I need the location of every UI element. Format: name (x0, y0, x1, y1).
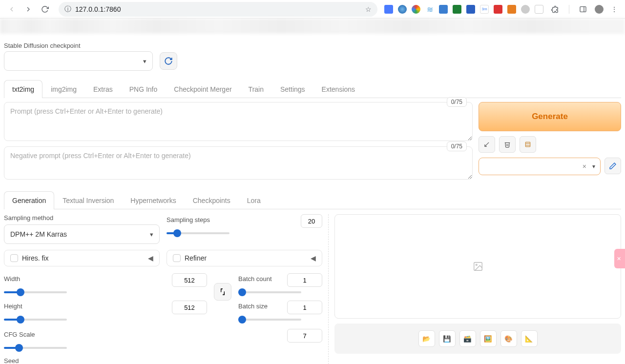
batch-size-input[interactable] (287, 301, 322, 314)
sub-tabs: Generation Textual Inversion Hypernetwor… (4, 191, 621, 209)
height-input[interactable] (172, 301, 207, 314)
height-label: Height (4, 303, 22, 310)
hires-fix-toggle[interactable]: Hires. fix ◀ (4, 250, 160, 266)
refresh-checkpoint-button[interactable] (160, 52, 177, 70)
neg-prompt-token-counter: 0/75 (447, 142, 467, 151)
ext-icon[interactable] (521, 5, 530, 14)
clear-icon[interactable]: × (583, 162, 586, 170)
sampling-steps-slider[interactable] (167, 232, 229, 234)
tab-img2img[interactable]: img2img (42, 80, 85, 98)
prompt-input[interactable] (4, 102, 473, 141)
output-actions: 📂 💾 🗃️ 🖼️ 🎨 📐 (334, 324, 621, 354)
subtab-textual-inversion[interactable]: Textual Inversion (54, 191, 122, 209)
swap-dimensions-button[interactable] (214, 283, 231, 301)
chevron-left-icon: ◀ (148, 254, 153, 262)
ext-icon[interactable]: ≋ (425, 5, 434, 14)
url-text: 127.0.0.1:7860 (75, 5, 361, 13)
checkpoint-label: Stable Diffusion checkpoint (4, 42, 621, 49)
address-bar[interactable]: ⓘ 127.0.0.1:7860 ☆ (59, 2, 377, 17)
styles-dropdown[interactable]: × (479, 158, 601, 175)
ext-icon[interactable] (412, 5, 420, 14)
output-image-area (334, 214, 621, 319)
ext-icon[interactable] (453, 5, 461, 14)
ext-icon[interactable] (384, 5, 393, 14)
tab-extras[interactable]: Extras (85, 80, 121, 98)
interrogate-button[interactable] (479, 136, 495, 153)
site-info-icon[interactable]: ⓘ (64, 5, 71, 14)
width-input[interactable] (172, 273, 207, 287)
extra-networks-button[interactable] (520, 136, 536, 153)
styles-input[interactable] (483, 162, 596, 170)
open-folder-button[interactable]: 📂 (418, 330, 435, 347)
checkpoint-dropdown[interactable] (4, 51, 153, 71)
sampling-steps-input[interactable] (301, 214, 322, 228)
svg-rect-2 (525, 142, 530, 146)
send-extras-button[interactable]: 📐 (521, 330, 538, 347)
generate-button[interactable]: Generate (479, 102, 621, 131)
bookmarks-bar (0, 19, 625, 33)
chevron-left-icon: ◀ (311, 254, 316, 262)
refiner-toggle[interactable]: Refiner ◀ (167, 250, 322, 266)
reload-button[interactable] (38, 2, 52, 16)
extension-icons: ≋ 3m ⋮ (384, 2, 620, 16)
back-button[interactable] (5, 2, 19, 16)
side-floating-tab[interactable]: ✕ (614, 249, 625, 268)
subtab-checkpoints[interactable]: Checkpoints (185, 191, 239, 209)
tab-settings[interactable]: Settings (272, 80, 313, 98)
chrome-menu-icon[interactable]: ⋮ (608, 3, 620, 15)
sampling-method-label: Sampling method (4, 214, 160, 222)
main-tabs: txt2img img2img Extras PNG Info Checkpoi… (4, 80, 621, 98)
hires-fix-checkbox[interactable] (10, 254, 18, 262)
profile-avatar[interactable] (595, 5, 604, 14)
browser-toolbar: ⓘ 127.0.0.1:7860 ☆ ≋ 3m ⋮ (0, 0, 625, 19)
forward-button[interactable] (21, 2, 35, 16)
refiner-checkbox[interactable] (173, 254, 181, 262)
hires-fix-label: Hires. fix (22, 254, 48, 262)
ext-icon[interactable]: 3m (480, 5, 489, 14)
divider (569, 5, 569, 14)
batch-size-label: Batch size (238, 303, 268, 310)
ext-icon[interactable] (494, 5, 502, 14)
tab-extensions[interactable]: Extensions (313, 80, 363, 98)
batch-count-slider[interactable] (238, 291, 301, 293)
cfg-slider[interactable] (4, 347, 67, 349)
send-inpaint-button[interactable]: 🎨 (500, 330, 517, 347)
batch-count-input[interactable] (287, 273, 322, 287)
prompt-token-counter: 0/75 (447, 97, 467, 107)
save-button[interactable]: 💾 (439, 330, 456, 347)
extensions-puzzle-icon[interactable] (548, 2, 562, 16)
batch-count-label: Batch count (238, 275, 272, 283)
sampling-method-value: DPM++ 2M Karras (10, 230, 67, 238)
width-label: Width (4, 275, 20, 283)
ext-icon[interactable] (439, 5, 448, 14)
cfg-label: CFG Scale (4, 331, 35, 338)
subtab-lora[interactable]: Lora (239, 191, 269, 209)
ext-icon[interactable] (398, 5, 407, 14)
ext-icon[interactable] (507, 5, 516, 14)
sampling-steps-label: Sampling steps (167, 216, 210, 223)
edit-styles-button[interactable] (604, 158, 621, 174)
sampling-method-dropdown[interactable]: DPM++ 2M Karras (4, 224, 160, 244)
tab-pnginfo[interactable]: PNG Info (121, 80, 166, 98)
width-slider[interactable] (4, 291, 67, 293)
send-img2img-button[interactable]: 🖼️ (480, 330, 497, 347)
negative-prompt-input[interactable] (4, 146, 473, 180)
clear-prompt-button[interactable] (499, 136, 516, 153)
svg-rect-0 (580, 6, 586, 12)
tab-train[interactable]: Train (240, 80, 272, 98)
subtab-generation[interactable]: Generation (4, 191, 54, 209)
side-panel-icon[interactable] (576, 2, 590, 16)
ext-icon[interactable] (466, 5, 475, 14)
subtab-hypernetworks[interactable]: Hypernetworks (122, 191, 184, 209)
svg-point-6 (476, 264, 477, 265)
ext-icon[interactable] (535, 5, 543, 14)
tab-checkpoint-merger[interactable]: Checkpoint Merger (166, 80, 240, 98)
refiner-label: Refiner (185, 254, 207, 262)
batch-size-slider[interactable] (238, 319, 301, 321)
bookmark-star-icon[interactable]: ☆ (365, 5, 372, 13)
zip-button[interactable]: 🗃️ (459, 330, 476, 347)
cfg-input[interactable] (287, 329, 322, 343)
image-placeholder-icon (473, 261, 483, 272)
height-slider[interactable] (4, 319, 67, 321)
tab-txt2img[interactable]: txt2img (4, 80, 42, 98)
